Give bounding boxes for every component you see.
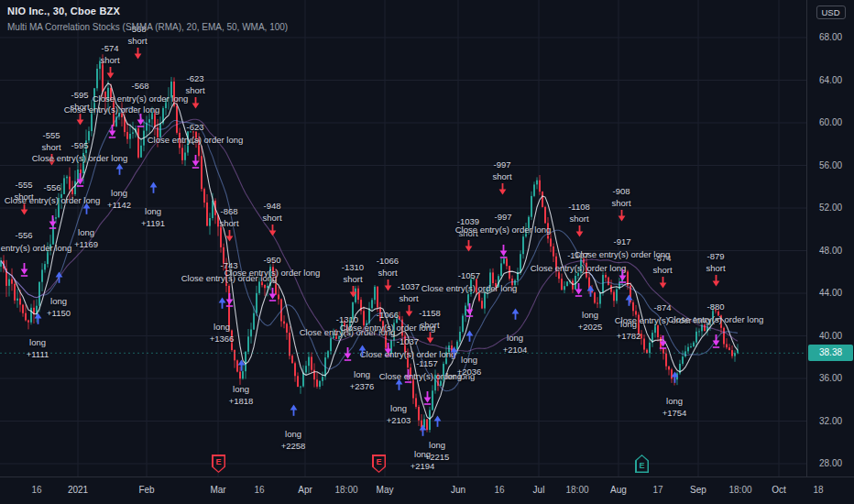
time-tick-label: 16 <box>254 485 264 495</box>
price-tick-label: 68.00 <box>807 32 854 42</box>
earnings-icon[interactable]: E <box>212 455 225 473</box>
price-tick-label: 28.00 <box>807 458 854 468</box>
price-axis[interactable]: USD 68.0064.0060.0056.0052.0048.0044.004… <box>806 0 854 477</box>
time-tick-label: 18:00 <box>565 485 588 495</box>
price-tick-label: 40.00 <box>807 331 854 341</box>
price-tick-label: 32.00 <box>807 416 854 426</box>
earnings-letter: E <box>372 457 386 466</box>
time-tick-label: Jul <box>533 485 545 495</box>
time-tick-label: 16 <box>31 485 41 495</box>
time-tick-label: Oct <box>772 485 786 495</box>
current-price-badge: 38.38 <box>808 345 853 361</box>
candlestick-plot <box>0 0 806 477</box>
price-tick-label: 64.00 <box>807 75 854 85</box>
currency-badge: USD <box>816 5 845 19</box>
time-tick-label: Sep <box>690 485 706 495</box>
earnings-icon[interactable]: E <box>372 455 386 473</box>
symbol-title[interactable]: NIO Inc., 30, Cboe BZX <box>7 5 288 18</box>
time-tick-label: 18:00 <box>334 485 357 495</box>
time-tick-label: 18:00 <box>728 485 751 495</box>
time-tick-label: Feb <box>138 485 154 495</box>
price-tick-label: 36.00 <box>807 373 854 383</box>
time-axis[interactable]: 162021FebMar16Apr18:00MayJun16Jul18:00Au… <box>0 477 854 504</box>
price-tick-label: 52.00 <box>807 203 854 213</box>
indicator-title[interactable]: Multi MA Correlation Stocks (SMMA (RMA),… <box>7 20 288 34</box>
price-tick-label: 60.00 <box>807 117 854 127</box>
tradingview-chart-window: -574short -568short -623short -595short … <box>0 0 854 504</box>
price-tick-label: 48.00 <box>807 246 854 256</box>
time-tick-label: May <box>377 485 394 495</box>
earnings-letter: E <box>212 457 225 466</box>
earnings-icon[interactable]: E <box>635 455 649 473</box>
time-tick-label: 16 <box>494 485 504 495</box>
time-tick-label: 18 <box>813 485 823 495</box>
time-tick-label: Jun <box>451 485 465 495</box>
time-tick-label: Apr <box>298 485 312 495</box>
price-tick-label: 56.00 <box>807 160 854 170</box>
price-tick-label: 44.00 <box>807 288 854 298</box>
chart-legend: NIO Inc., 30, Cboe BZX Multi MA Correlat… <box>7 5 288 34</box>
earnings-letter: E <box>635 461 649 470</box>
time-tick-label: Aug <box>610 485 627 495</box>
chart-pane[interactable]: -574short -568short -623short -595short … <box>0 0 806 477</box>
time-tick-label: 2021 <box>68 485 88 495</box>
time-tick-label: Mar <box>210 485 225 495</box>
time-tick-label: 17 <box>652 485 662 495</box>
